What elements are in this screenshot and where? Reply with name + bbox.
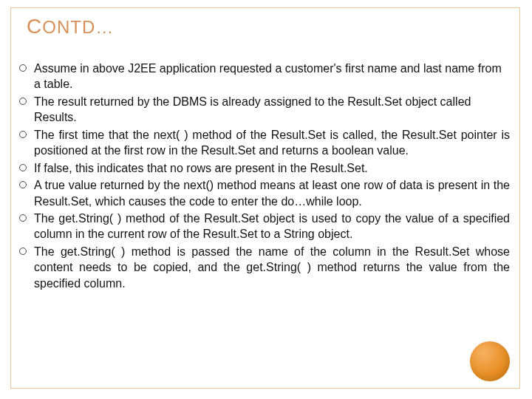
bullet-icon <box>19 98 27 105</box>
title-first-letter: C <box>27 15 42 38</box>
list-item: The get.String( ) method is passed the n… <box>18 244 510 291</box>
list-item-text: The first time that the next( ) method o… <box>34 127 510 159</box>
list-item: The first time that the next( ) method o… <box>18 127 510 159</box>
bullet-icon <box>19 64 27 72</box>
list-item-text: The result returned by the DBMS is alrea… <box>34 94 510 126</box>
slide-title: CONTD… <box>27 15 114 38</box>
list-item-text: The get.String( ) method of the Result.S… <box>34 211 510 242</box>
list-item-text: The get.String( ) method is passed the n… <box>34 244 510 291</box>
list-item-text: A true value returned by the next() meth… <box>34 177 510 209</box>
list-item: A true value returned by the next() meth… <box>18 177 510 209</box>
list-item: Assume in above J2EE application request… <box>18 61 510 92</box>
decorative-circle-icon <box>470 341 510 381</box>
bullet-icon <box>19 164 27 171</box>
list-item: The get.String( ) method of the Result.S… <box>18 211 510 242</box>
list-item: The result returned by the DBMS is alrea… <box>18 94 510 126</box>
bullet-icon <box>19 214 27 222</box>
bullet-icon <box>19 131 27 138</box>
bullet-icon <box>19 181 27 188</box>
bullet-list: Assume in above J2EE application request… <box>18 61 510 293</box>
list-item-text: If false, this indicates that no rows ar… <box>34 160 510 176</box>
list-item: If false, this indicates that no rows ar… <box>18 160 510 176</box>
list-item-text: Assume in above J2EE application request… <box>34 61 510 92</box>
title-rest: ONTD… <box>42 17 114 37</box>
bullet-icon <box>19 248 27 255</box>
